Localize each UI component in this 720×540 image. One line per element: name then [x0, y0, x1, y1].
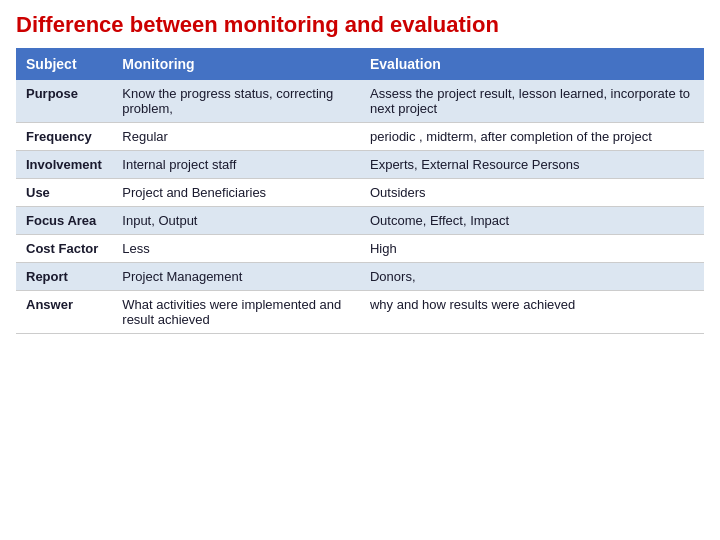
cell-subject: Use: [16, 179, 112, 207]
cell-evaluation: Experts, External Resource Persons: [360, 151, 704, 179]
cell-subject: Involvement: [16, 151, 112, 179]
table-row: FrequencyRegularperiodic , midterm, afte…: [16, 123, 704, 151]
table-row: AnswerWhat activities were implemented a…: [16, 291, 704, 334]
cell-monitoring: Regular: [112, 123, 360, 151]
cell-evaluation: Assess the project result, lesson learne…: [360, 80, 704, 123]
cell-subject: Answer: [16, 291, 112, 334]
comparison-table: Subject Monitoring Evaluation PurposeKno…: [16, 48, 704, 334]
table-row: Focus AreaInput, OutputOutcome, Effect, …: [16, 207, 704, 235]
cell-monitoring: Project and Beneficiaries: [112, 179, 360, 207]
cell-subject: Purpose: [16, 80, 112, 123]
table-header-row: Subject Monitoring Evaluation: [16, 48, 704, 80]
table-row: ReportProject ManagementDonors,: [16, 263, 704, 291]
cell-evaluation: High: [360, 235, 704, 263]
cell-monitoring: Internal project staff: [112, 151, 360, 179]
cell-monitoring: Input, Output: [112, 207, 360, 235]
table-row: InvolvementInternal project staffExperts…: [16, 151, 704, 179]
table-row: PurposeKnow the progress status, correct…: [16, 80, 704, 123]
page: Difference between monitoring and evalua…: [0, 0, 720, 540]
table-row: Cost FactorLessHigh: [16, 235, 704, 263]
cell-subject: Report: [16, 263, 112, 291]
table-row: UseProject and BeneficiariesOutsiders: [16, 179, 704, 207]
cell-evaluation: Outcome, Effect, Impact: [360, 207, 704, 235]
cell-monitoring: Project Management: [112, 263, 360, 291]
cell-evaluation: Outsiders: [360, 179, 704, 207]
header-evaluation: Evaluation: [360, 48, 704, 80]
cell-evaluation: periodic , midterm, after completion of …: [360, 123, 704, 151]
cell-subject: Focus Area: [16, 207, 112, 235]
page-title: Difference between monitoring and evalua…: [16, 12, 704, 38]
cell-monitoring: What activities were implemented and res…: [112, 291, 360, 334]
cell-subject: Frequency: [16, 123, 112, 151]
header-monitoring: Monitoring: [112, 48, 360, 80]
cell-monitoring: Less: [112, 235, 360, 263]
cell-evaluation: Donors,: [360, 263, 704, 291]
header-subject: Subject: [16, 48, 112, 80]
cell-subject: Cost Factor: [16, 235, 112, 263]
cell-monitoring: Know the progress status, correcting pro…: [112, 80, 360, 123]
cell-evaluation: why and how results were achieved: [360, 291, 704, 334]
